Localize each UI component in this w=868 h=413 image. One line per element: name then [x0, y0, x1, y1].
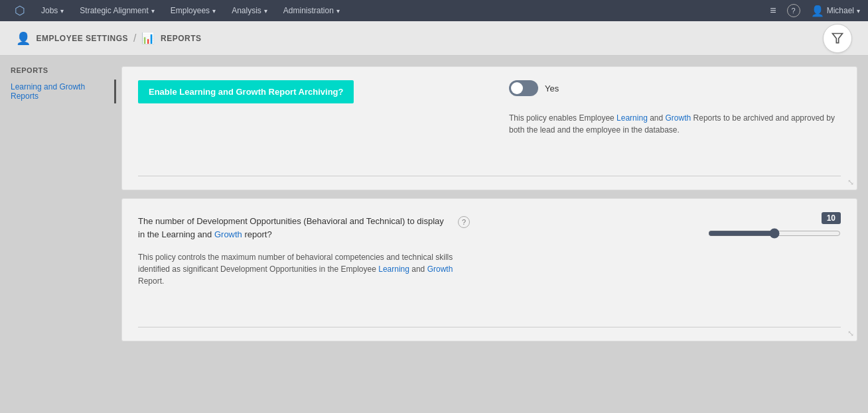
slider-area: 10 [486, 212, 841, 241]
top-navigation: ⬡ Jobs Strategic Alignment Employees Ana… [0, 0, 868, 21]
analysis-chevron [264, 6, 267, 15]
breadcrumb-separator: / [133, 32, 136, 44]
archiving-label-button[interactable]: Enable Learning and Growth Report Archiv… [138, 80, 354, 103]
nav-right: ≡ ? 👤 Michael [770, 4, 860, 17]
user-menu[interactable]: 👤 Michael [811, 5, 860, 17]
card2-bottom: This policy controls the maximum number … [138, 251, 841, 287]
card2-policy-description: This policy controls the maximum number … [138, 251, 470, 287]
card1-divider [138, 176, 841, 176]
breadcrumb-employee-settings[interactable]: 👤 EMPLOYEE SETTINGS [16, 31, 128, 46]
content-area: Enable Learning and Growth Report Archiv… [116, 56, 868, 413]
strategic-alignment-chevron [151, 6, 155, 15]
sidebar-item-learning-growth-reports[interactable]: Learning and Growth Reports [8, 80, 116, 103]
card2-divider [138, 327, 841, 327]
info-icon[interactable]: ? [458, 216, 470, 228]
help-icon[interactable]: ? [787, 4, 800, 17]
card-archiving: Enable Learning and Growth Report Archiv… [121, 66, 857, 190]
development-opportunities-slider[interactable] [708, 228, 841, 239]
nav-jobs[interactable]: Jobs [35, 0, 70, 21]
breadcrumb-bar: 👤 EMPLOYEE SETTINGS / 📊 REPORTS [0, 21, 868, 56]
menu-list-icon[interactable]: ≡ [770, 5, 776, 17]
main-layout: REPORTS Learning and Growth Reports Enab… [0, 56, 868, 413]
nav-employees[interactable]: Employees [164, 0, 222, 21]
jobs-chevron [60, 6, 64, 15]
breadcrumb-reports[interactable]: 📊 REPORTS [141, 32, 201, 44]
card1-policy-description: This policy enables Employee Learning an… [509, 112, 841, 136]
slider-value-bubble: 10 [822, 212, 841, 224]
card1-right-section: Yes This policy enables Employee Learnin… [509, 80, 841, 136]
filter-icon [831, 32, 844, 45]
toggle-yes-label: Yes [545, 84, 559, 93]
card2-question-text: The number of Development Opportunities … [138, 215, 453, 241]
filter-button[interactable] [823, 24, 852, 53]
employees-chevron [212, 6, 216, 15]
sidebar: REPORTS Learning and Growth Reports [0, 56, 116, 413]
card2-resize-handle: ⤡ [847, 329, 854, 338]
svg-marker-0 [833, 33, 843, 42]
user-chevron [857, 6, 860, 15]
card1-toggle-row: Enable Learning and Growth Report Archiv… [138, 80, 841, 136]
nav-left: ⬡ Jobs Strategic Alignment Employees Ana… [8, 0, 346, 21]
employee-settings-icon: 👤 [16, 31, 31, 46]
nav-strategic-alignment[interactable]: Strategic Alignment [73, 0, 161, 21]
toggle-inline: Yes [509, 80, 559, 96]
nav-logo[interactable]: ⬡ [8, 0, 32, 21]
archiving-toggle[interactable] [509, 80, 538, 96]
toggle-slider [509, 80, 538, 96]
sidebar-section-reports: REPORTS [8, 66, 116, 74]
nav-administration[interactable]: Administration [277, 0, 346, 21]
administration-chevron [336, 6, 340, 15]
reports-icon: 📊 [141, 32, 155, 44]
resize-handle: ⤡ [847, 178, 854, 187]
card2-content: The number of Development Opportunities … [138, 212, 841, 241]
card2-label-area: The number of Development Opportunities … [138, 212, 470, 241]
nav-analysis[interactable]: Analysis [225, 0, 274, 21]
card-development-opportunities: The number of Development Opportunities … [121, 198, 857, 341]
